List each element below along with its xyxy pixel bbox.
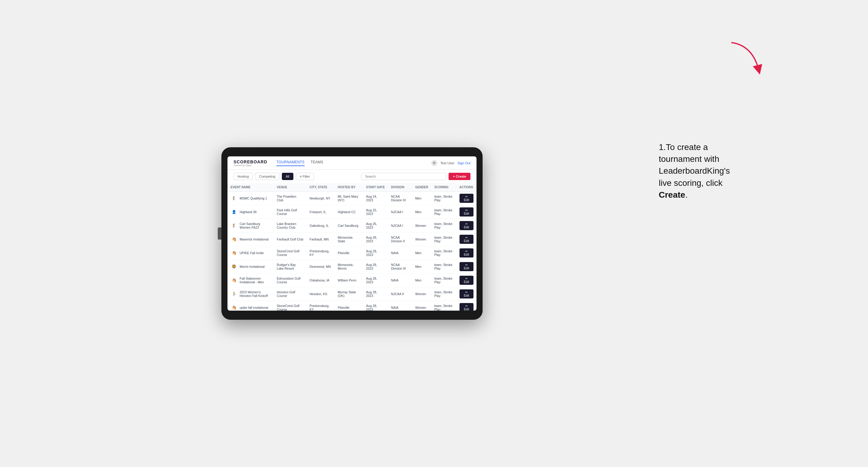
settings-icon[interactable]: ⚙: [431, 160, 437, 166]
logo-sub: Powered by Clippit: [234, 164, 267, 166]
filter-btn[interactable]: ≡ Filter: [296, 173, 314, 180]
competing-filter-btn[interactable]: Competing: [255, 173, 279, 180]
table-row: 🐴 upike fall invitational StoneCrest Gol…: [227, 301, 476, 311]
actions-cell: ✏ Edit: [457, 301, 476, 311]
table-row: 🏃 2023 Women's Hesston Fall Kickoff Hess…: [227, 287, 476, 301]
actions-cell: ✏ Edit: [457, 274, 476, 287]
city-cell: Hesston, KS: [306, 287, 335, 301]
scoring-cell: team, Stroke Play: [431, 301, 457, 311]
venue-cell: Park Hills Golf Course: [274, 205, 306, 219]
division-cell: NJCAA II: [388, 287, 412, 301]
nav-tabs: TOURNAMENTS TEAMS: [276, 160, 323, 166]
edit-button[interactable]: ✏ Edit: [460, 276, 473, 285]
hosted-cell: Pikeville: [335, 301, 363, 311]
gender-cell: Women: [412, 287, 431, 301]
date-cell: Aug 24, 2023: [363, 192, 388, 205]
nav-tab-teams[interactable]: TEAMS: [311, 160, 323, 166]
table-row: 🐴 Maverick Invitational Faribault Golf C…: [227, 232, 476, 246]
venue-cell: Hesston Golf Course: [274, 287, 306, 301]
table-row: 🏌 MSMC Qualifying 1 The Powelton Club Ne…: [227, 192, 476, 205]
col-division: DIVISION: [388, 183, 412, 192]
toolbar: Hosting Competing All ≡ Filter + Create: [227, 170, 476, 183]
division-cell: NAIA: [388, 274, 412, 287]
event-name: UPIKE Fall Invite: [240, 251, 264, 255]
actions-cell: ✏ Edit: [457, 232, 476, 246]
edit-button[interactable]: ✏ Edit: [460, 221, 473, 230]
nav-tab-tournaments[interactable]: TOURNAMENTS: [276, 160, 304, 166]
date-cell: Aug 25, 2023: [363, 205, 388, 219]
hosted-cell: Mt. Saint Mary (NY): [335, 192, 363, 205]
scoring-cell: team, Stroke Play: [431, 246, 457, 260]
division-cell: NCAA Division II: [388, 232, 412, 246]
city-cell: Oskaloosa, IA: [306, 274, 335, 287]
gender-cell: Men: [412, 274, 431, 287]
page-wrapper: SCOREBOARD Powered by Clippit TOURNAMENT…: [221, 147, 647, 320]
scoring-cell: team, Stroke Play: [431, 219, 457, 232]
actions-cell: ✏ Edit: [457, 287, 476, 301]
hosted-cell: Murray State (OK): [335, 287, 363, 301]
edit-button[interactable]: ✏ Edit: [460, 194, 473, 203]
city-cell: Freeport, IL: [306, 205, 335, 219]
actions-cell: ✏ Edit: [457, 260, 476, 274]
edit-button[interactable]: ✏ Edit: [460, 262, 473, 271]
division-cell: NCAA Division III: [388, 192, 412, 205]
all-filter-btn[interactable]: All: [282, 173, 293, 180]
event-name-cell: 🐴 upike fall invitational: [227, 301, 274, 311]
event-name-cell: 🏃 2023 Women's Hesston Fall Kickoff: [227, 287, 274, 301]
scoring-cell: team, Stroke Play: [431, 205, 457, 219]
team-icon: 🐴: [230, 236, 237, 243]
scoring-cell: team, Stroke Play: [431, 260, 457, 274]
team-icon: 🐴: [230, 304, 237, 311]
edit-button[interactable]: ✏ Edit: [460, 207, 473, 217]
hosting-filter-btn[interactable]: Hosting: [234, 173, 253, 180]
gender-cell: Women: [412, 219, 431, 232]
gender-cell: Men: [412, 246, 431, 260]
event-name-cell: 🐴 Fall Statesmen Invitational - Men: [227, 274, 274, 287]
gender-cell: Women: [412, 232, 431, 246]
scoring-cell: team, Stroke Play: [431, 192, 457, 205]
division-cell: NJCAA I: [388, 219, 412, 232]
event-name: Highland 36: [240, 210, 257, 214]
hosted-cell: Highland CC: [335, 205, 363, 219]
annotation-bold: Create: [659, 190, 685, 199]
sign-out-link[interactable]: Sign Out: [457, 161, 470, 165]
division-cell: NAIA: [388, 246, 412, 260]
team-icon: 🐴: [230, 250, 237, 256]
edit-button[interactable]: ✏ Edit: [460, 303, 473, 311]
venue-cell: Faribault Golf Club: [274, 232, 306, 246]
create-button[interactable]: + Create: [448, 173, 470, 180]
header-right: ⚙ Test User Sign Out: [431, 160, 470, 166]
city-cell: Prestonsburg, KY: [306, 246, 335, 260]
table-row: 🏌 Carl Sandburg Women FA23 Lake Bracken …: [227, 219, 476, 232]
venue-cell: The Powelton Club: [274, 192, 306, 205]
venue-cell: Edmundson Golf Course: [274, 274, 306, 287]
edit-button[interactable]: ✏ Edit: [460, 235, 473, 244]
tablet-device: SCOREBOARD Powered by Clippit TOURNAMENT…: [221, 147, 483, 320]
table-header-row: EVENT NAME VENUE CITY, STATE HOSTED BY S…: [227, 183, 476, 192]
gender-cell: Men: [412, 192, 431, 205]
actions-cell: ✏ Edit: [457, 219, 476, 232]
gender-cell: Men: [412, 205, 431, 219]
search-input[interactable]: [361, 173, 446, 180]
hosted-cell: Carl Sandburg: [335, 219, 363, 232]
venue-cell: StoneCrest Golf Course: [274, 246, 306, 260]
logo-text: SCOREBOARD: [234, 159, 267, 164]
event-name: MSMC Qualifying 1: [240, 196, 267, 200]
edit-button[interactable]: ✏ Edit: [460, 248, 473, 257]
event-name-cell: 🏌 Carl Sandburg Women FA23: [227, 219, 274, 232]
arrow-indicator: [728, 39, 765, 77]
team-icon: 🐴: [230, 277, 237, 284]
date-cell: Aug 28, 2023: [363, 246, 388, 260]
edit-button[interactable]: ✏ Edit: [460, 289, 473, 299]
hosted-cell: Minnesota-Morris: [335, 260, 363, 274]
annotation-area: 1.To create a tournament with Leaderboar…: [659, 141, 774, 201]
hosted-cell: William Penn: [335, 274, 363, 287]
event-name-cell: 🦁 Morris Invitational: [227, 260, 274, 274]
city-cell: Deerwood, MN: [306, 260, 335, 274]
venue-cell: Lake Bracken Country Club: [274, 219, 306, 232]
user-text: Test User: [440, 161, 454, 165]
side-tab: [218, 227, 221, 240]
event-name-cell: 👤 Highland 36: [227, 205, 274, 219]
event-name-cell: 🐴 UPIKE Fall Invite: [227, 246, 274, 260]
col-event-name: EVENT NAME: [227, 183, 274, 192]
